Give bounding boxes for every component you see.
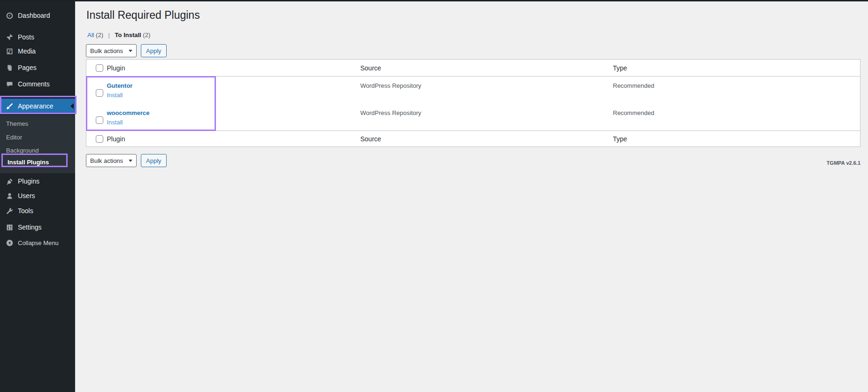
appearance-submenu: Themes Editor Background Install Plugins [0,115,75,173]
bulk-actions-select[interactable]: Bulk actions [86,154,137,167]
install-link[interactable]: Install [107,119,123,126]
filter-to-install[interactable]: To Install [115,31,141,38]
admin-sidebar: Dashboard Posts Media Pages Comments App… [0,1,75,392]
filter-separator: | [108,31,110,38]
wrench-icon [5,207,14,215]
admin-top-bar [0,0,868,1]
plugin-name-link[interactable]: Gutentor [107,82,133,89]
row-checkbox[interactable] [96,89,103,97]
comment-icon [5,80,14,88]
sidebar-item-posts[interactable]: Posts [0,32,75,42]
submenu-item-install-plugins[interactable]: Install Plugins [0,157,75,167]
submenu-item-themes[interactable]: Themes [0,119,75,128]
sidebar-item-label: Collapse Menu [18,239,59,246]
sidebar-item-label: Posts [18,33,34,41]
plug-icon [5,177,14,185]
sidebar-item-settings[interactable]: Settings [0,222,75,232]
sidebar-item-media[interactable]: Media [0,46,75,56]
column-header-plugin: Plugin [107,131,361,147]
submenu-item-label: Install Plugins [8,159,49,166]
sidebar-item-dashboard[interactable]: Dashboard [0,10,75,21]
install-link[interactable]: Install [107,92,123,99]
tgmpa-version-label: TGMPA v2.6.1 [827,160,860,166]
filter-to-install-count: (2) [143,31,150,38]
bulk-actions-top: Bulk actions Apply [86,44,167,57]
sliders-icon [5,223,14,231]
filter-links: All (2) | To Install (2) [87,31,150,38]
page-title: Install Required Plugins [86,8,200,23]
table-row: Gutentor Install WordPress Repository Re… [86,77,860,104]
sidebar-item-users[interactable]: Users [0,191,75,201]
select-all-checkbox[interactable] [96,64,103,72]
submenu-item-background[interactable]: Background [0,146,75,155]
sidebar-item-label: Appearance [18,102,54,110]
pages-icon [5,63,14,72]
bulk-actions-select[interactable]: Bulk actions [86,44,137,57]
column-header-source: Source [361,60,613,77]
select-all-checkbox[interactable] [96,135,103,143]
sidebar-item-appearance[interactable]: Appearance [0,99,75,114]
bulk-actions-bottom: Bulk actions Apply [86,154,167,167]
active-item-arrow-icon [70,103,74,109]
collapse-arrow-icon [5,238,14,247]
plugin-source: WordPress Repository [361,104,613,131]
submenu-item-label: Background [6,147,38,154]
pushpin-icon [5,33,14,41]
dashboard-icon [5,11,14,20]
filter-all-count: (2) [96,31,103,38]
sidebar-item-pages[interactable]: Pages [0,62,75,73]
sidebar-item-label: Tools [18,207,33,215]
plugin-source: WordPress Repository [361,77,613,104]
sidebar-item-label: Plugins [18,177,39,185]
plugin-type: Recommended [613,77,860,104]
table-row: woocommerce Install WordPress Repository… [86,104,860,131]
row-checkbox[interactable] [96,116,103,124]
filter-all-link[interactable]: All [87,31,94,38]
media-icon [5,47,14,55]
sidebar-item-label: Dashboard [18,12,50,19]
plugins-table: Plugin Source Type Gutentor Install Word… [86,59,860,147]
plugin-type: Recommended [613,104,860,131]
user-icon [5,192,14,200]
column-header-type: Type [613,60,860,77]
plugin-name-link[interactable]: woocommerce [107,109,150,116]
sidebar-item-plugins[interactable]: Plugins [0,176,75,186]
sidebar-item-label: Media [18,47,36,55]
column-header-plugin[interactable]: Plugin [107,60,361,77]
apply-button[interactable]: Apply [141,154,167,167]
column-header-type: Type [613,131,860,147]
sidebar-item-label: Pages [18,64,37,71]
sidebar-item-label: Comments [18,80,50,88]
submenu-item-label: Editor [6,134,22,141]
main-content: Install Required Plugins All (2) | To In… [75,1,868,392]
submenu-item-label: Themes [6,120,28,127]
apply-button[interactable]: Apply [141,44,167,57]
submenu-item-editor[interactable]: Editor [0,132,75,142]
sidebar-item-tools[interactable]: Tools [0,206,75,216]
sidebar-item-comments[interactable]: Comments [0,79,75,89]
sidebar-item-label: Settings [18,223,42,231]
brush-icon [5,102,14,110]
table-header-row: Plugin Source Type [86,60,860,77]
table-footer-row: Plugin Source Type [86,131,860,147]
column-header-source: Source [361,131,613,147]
sidebar-item-collapse-menu[interactable]: Collapse Menu [0,238,75,248]
sidebar-item-label: Users [18,192,35,200]
